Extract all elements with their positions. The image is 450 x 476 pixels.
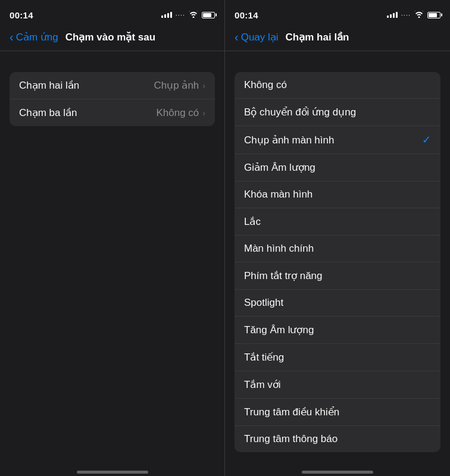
list-item-6[interactable]: Màn hình chính <box>235 236 440 262</box>
back-label-right: Quay lại <box>241 31 279 43</box>
list-item-7[interactable]: Phím tắt trợ năng <box>235 262 440 290</box>
list-item-2[interactable]: Chụp ảnh màn hình ✓ <box>235 126 440 154</box>
list-item-4[interactable]: Khóa màn hình <box>235 181 440 208</box>
options-section: Không có Bộ chuyển đổi ứng dụng Chụp ảnh… <box>235 72 440 452</box>
chevron-right-icon: › <box>202 81 205 90</box>
right-panel: 00:14 ···· ‹ Quay lại Chạm hai l <box>225 0 450 476</box>
checkmark-icon: ✓ <box>422 133 431 146</box>
list-item-12[interactable]: Trung tâm điều khiển <box>235 399 440 426</box>
list-item-0[interactable]: Không có <box>235 72 440 99</box>
list-item-8[interactable]: Spotlight <box>235 290 440 317</box>
home-bar-right <box>302 471 373 474</box>
list-item-3[interactable]: Giảm Âm lượng <box>235 154 440 181</box>
list-item-11[interactable]: Tắm với <box>235 371 440 399</box>
spotlight-label: Spotlight <box>244 297 283 309</box>
chevron-right-icon-2: › <box>202 108 205 118</box>
dots-icon: ···· <box>176 11 185 18</box>
home-indicator-right <box>225 466 450 476</box>
time-left: 00:14 <box>10 10 33 20</box>
options-list: Không có Bộ chuyển đổi ứng dụng Chụp ảnh… <box>225 51 450 466</box>
double-tap-value: Chụp ảnh › <box>154 79 206 92</box>
triple-tap-value: Không có › <box>156 107 205 119</box>
status-bar-right: 00:14 ···· <box>225 0 450 26</box>
back-chevron-right: ‹ <box>235 31 239 43</box>
left-panel: 00:14 ···· ‹ Cảm ứng Chạm vào mặ <box>0 0 225 476</box>
back-button-right[interactable]: ‹ Quay lại <box>235 31 279 43</box>
nav-title-left: Chạm vào mặt sau <box>65 31 155 43</box>
list-item-5[interactable]: Lắc <box>235 208 440 236</box>
back-label-left: Cảm ứng <box>16 31 58 43</box>
status-icons-right: ···· <box>387 11 440 20</box>
wifi-icon <box>189 11 198 20</box>
status-bar-left: 00:14 ···· <box>0 0 224 26</box>
home-bar-left <box>77 471 148 474</box>
battery-icon-right <box>427 12 440 18</box>
triple-tap-label: Chạm ba lần <box>19 107 77 119</box>
list-item-1[interactable]: Bộ chuyển đổi ứng dụng <box>235 99 440 126</box>
battery-icon <box>202 12 215 18</box>
back-chevron-left: ‹ <box>10 31 14 43</box>
wifi-icon-right <box>414 11 424 20</box>
signal-icon-right <box>387 12 398 18</box>
home-indicator-left <box>0 466 224 476</box>
back-button-left[interactable]: ‹ Cảm ứng <box>10 31 58 43</box>
settings-section-left: Chạm hai lần Chụp ảnh › Chạm ba lần Khôn… <box>10 72 215 126</box>
time-right: 00:14 <box>235 10 258 20</box>
nav-bar-right: ‹ Quay lại Chạm hai lần <box>225 26 450 51</box>
status-icons-left: ···· <box>161 11 215 20</box>
list-item-9[interactable]: Tăng Âm lượng <box>235 317 440 344</box>
nav-bar-left: ‹ Cảm ứng Chạm vào mặt sau <box>0 26 224 51</box>
dots-icon-right: ···· <box>401 11 411 18</box>
signal-icon <box>161 12 172 18</box>
triple-tap-item[interactable]: Chạm ba lần Không có › <box>10 99 215 126</box>
list-item-10[interactable]: Tắt tiếng <box>235 344 440 371</box>
double-tap-label: Chạm hai lần <box>19 79 79 92</box>
double-tap-item[interactable]: Chạm hai lần Chụp ảnh › <box>10 72 215 99</box>
nav-title-right: Chạm hai lần <box>286 31 349 43</box>
list-item-13[interactable]: Trung tâm thông báo <box>235 426 440 452</box>
